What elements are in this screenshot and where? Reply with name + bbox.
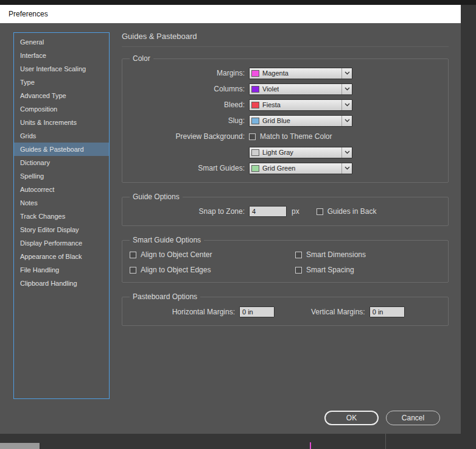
horizontal-margins-label: Horizontal Margins:	[128, 308, 239, 316]
margins-color-value: Magenta	[262, 69, 289, 77]
preview-background-color-value: Light Gray	[262, 149, 293, 156]
snap-to-zone-label: Snap to Zone:	[128, 207, 249, 216]
guide-options-title: Guide Options	[130, 193, 183, 201]
smart-guides-color-dropdown[interactable]: Grid Green	[249, 163, 352, 174]
chevron-down-icon	[341, 68, 352, 79]
columns-color-dropdown[interactable]: Violet	[249, 83, 352, 95]
preview-background-label: Preview Background:	[128, 132, 249, 141]
horizontal-margins-input[interactable]	[239, 306, 275, 317]
page-title: Guides & Pasteboard	[122, 32, 449, 47]
columns-color-swatch	[251, 86, 259, 93]
sidebar-item-general[interactable]: General	[14, 35, 109, 49]
slug-color-value: Grid Blue	[262, 117, 290, 124]
snap-to-zone-unit: px	[292, 207, 299, 216]
dialog-titlebar[interactable]: Preferences	[0, 5, 461, 23]
margins-color-dropdown[interactable]: Magenta	[249, 68, 352, 79]
preview-background-color-dropdown[interactable]: Light Gray	[249, 147, 352, 158]
chevron-down-icon	[341, 163, 352, 174]
guide-options-section: Guide Options Snap to Zone: px Guides in…	[122, 193, 449, 226]
sidebar-item-file-handling[interactable]: File Handling	[14, 263, 109, 277]
columns-color-row: Columns: Violet	[128, 81, 442, 97]
sidebar-item-appearance-of-black[interactable]: Appearance of Black	[14, 250, 109, 263]
snap-to-zone-input[interactable]	[249, 206, 287, 217]
desktop-artifact-page-edge	[385, 434, 386, 449]
smart-guide-options-grid: Align to Object Center Smart Dimensions …	[128, 247, 442, 276]
bleed-color-swatch	[251, 102, 259, 108]
align-object-center-label: Align to Object Center	[141, 250, 212, 259]
margins-color-row: Margins: Magenta	[128, 65, 442, 81]
sidebar-item-type[interactable]: Type	[14, 76, 109, 89]
dialog-title: Preferences	[9, 10, 48, 18]
slug-color-dropdown[interactable]: Grid Blue	[249, 115, 352, 127]
desktop-artifact-edge	[40, 443, 40, 449]
preview-background-row: Preview Background: Match to Theme Color	[128, 129, 442, 144]
align-object-center-checkbox[interactable]	[130, 252, 136, 258]
bleed-label: Bleed:	[128, 101, 249, 109]
sidebar-item-guides-pasteboard[interactable]: Guides & Pasteboard	[14, 143, 109, 156]
smart-guide-options-title: Smart Guide Options	[130, 236, 204, 244]
dialog-button-row: OK Cancel	[324, 411, 440, 425]
cancel-button[interactable]: Cancel	[386, 411, 440, 425]
margins-color-swatch	[251, 70, 259, 77]
sidebar-item-dictionary[interactable]: Dictionary	[14, 156, 109, 169]
columns-color-value: Violet	[262, 85, 279, 93]
sidebar-item-user-interface-scaling[interactable]: User Interface Scaling	[14, 62, 109, 76]
guides-in-back-checkbox[interactable]	[317, 208, 323, 215]
chevron-down-icon	[341, 147, 352, 158]
preferences-category-list: General Interface User Interface Scaling…	[13, 32, 110, 399]
sidebar-item-clipboard-handling[interactable]: Clipboard Handling	[14, 277, 109, 290]
sidebar-item-interface[interactable]: Interface	[14, 49, 109, 62]
desktop-artifact-pasteboard	[0, 443, 40, 449]
desktop-artifact-magenta-guide	[310, 442, 311, 449]
sidebar-item-advanced-type[interactable]: Advanced Type	[14, 89, 109, 102]
smart-guide-options-section: Smart Guide Options Align to Object Cent…	[122, 236, 449, 283]
smart-guides-color-row: Smart Guides: Grid Green	[128, 160, 442, 176]
slug-color-swatch	[251, 118, 259, 124]
desktop-top-strip	[0, 0, 476, 5]
smart-dimensions-option: Smart Dimensions	[295, 250, 442, 259]
sidebar-item-autocorrect[interactable]: Autocorrect	[14, 183, 109, 196]
sidebar-item-composition[interactable]: Composition	[14, 102, 109, 116]
sidebar-item-units-increments[interactable]: Units & Increments	[14, 116, 109, 129]
smart-spacing-label: Smart Spacing	[306, 266, 354, 274]
sidebar-item-grids[interactable]: Grids	[14, 129, 109, 143]
guides-pasteboard-panel: Guides & Pasteboard Color Margins: Magen…	[122, 32, 449, 336]
preview-background-color-row: Light Gray	[128, 144, 442, 160]
sidebar-item-spelling[interactable]: Spelling	[14, 169, 109, 183]
pasteboard-margins-row: Horizontal Margins: Vertical Margins:	[128, 303, 442, 319]
bleed-color-row: Bleed: Fiesta	[128, 97, 442, 113]
smart-dimensions-label: Smart Dimensions	[306, 250, 366, 259]
align-object-edges-option: Align to Object Edges	[130, 266, 295, 274]
color-section: Color Margins: Magenta Columns: Violet	[122, 54, 449, 183]
sidebar-item-track-changes[interactable]: Track Changes	[14, 210, 109, 223]
match-theme-color-checkbox[interactable]	[249, 133, 256, 140]
guides-in-back-label: Guides in Back	[327, 207, 377, 216]
ok-button[interactable]: OK	[324, 411, 379, 425]
pasteboard-options-title: Pasteboard Options	[130, 292, 200, 301]
bleed-color-dropdown[interactable]: Fiesta	[249, 99, 352, 111]
chevron-down-icon	[341, 100, 352, 110]
color-section-title: Color	[130, 54, 153, 63]
snap-to-zone-row: Snap to Zone: px Guides in Back	[128, 203, 442, 219]
pasteboard-options-section: Pasteboard Options Horizontal Margins: V…	[122, 292, 449, 326]
sidebar-item-notes[interactable]: Notes	[14, 196, 109, 210]
vertical-margins-input[interactable]	[369, 306, 405, 317]
match-theme-color-label: Match to Theme Color	[260, 132, 332, 141]
preferences-dialog: General Interface User Interface Scaling…	[0, 23, 461, 434]
align-object-edges-checkbox[interactable]	[130, 267, 136, 274]
sidebar-item-story-editor-display[interactable]: Story Editor Display	[14, 223, 109, 236]
smart-spacing-checkbox[interactable]	[295, 267, 302, 274]
sidebar-item-display-performance[interactable]: Display Performance	[14, 236, 109, 250]
bleed-color-value: Fiesta	[262, 101, 281, 108]
slug-label: Slug:	[128, 116, 249, 125]
chevron-down-icon	[341, 84, 352, 94]
smart-guides-color-value: Grid Green	[262, 164, 295, 172]
preview-background-color-swatch	[251, 149, 259, 156]
align-object-edges-label: Align to Object Edges	[141, 266, 211, 274]
slug-color-row: Slug: Grid Blue	[128, 113, 442, 129]
smart-dimensions-checkbox[interactable]	[295, 252, 302, 258]
smart-spacing-option: Smart Spacing	[295, 266, 442, 274]
columns-label: Columns:	[128, 85, 249, 93]
chevron-down-icon	[341, 116, 352, 126]
vertical-margins-label: Vertical Margins:	[311, 308, 369, 316]
